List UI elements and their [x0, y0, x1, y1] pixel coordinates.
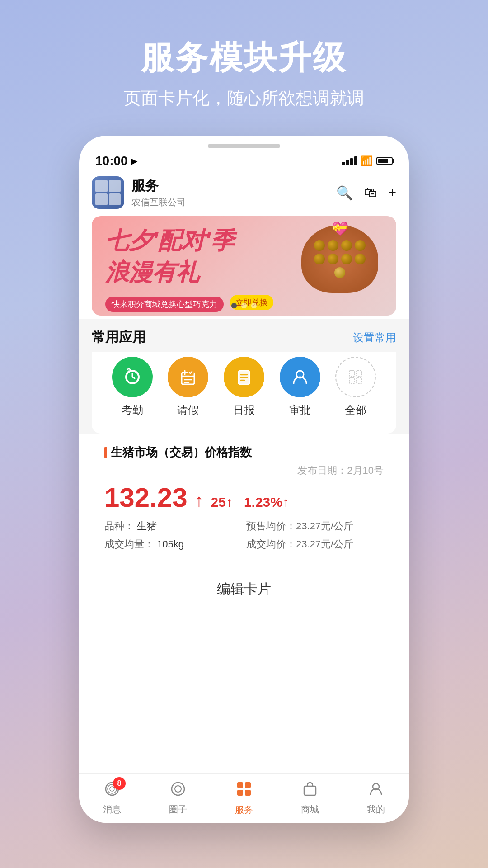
status-icons: 📶 — [342, 155, 393, 167]
svg-point-1 — [127, 370, 130, 373]
header-icons: 🔍 🛍 + — [336, 185, 396, 201]
nav-community-label: 圈子 — [169, 803, 187, 816]
banner-dots — [231, 303, 257, 308]
svg-rect-20 — [304, 786, 316, 795]
bottom-nav: 8 消息 圈子 服务 — [79, 773, 409, 823]
banner-content: 七夕'配对'季 浪漫有礼 快来积分商城兑换心型巧克力 立即兑换 — [105, 225, 273, 312]
services-icon — [235, 780, 253, 801]
nav-profile[interactable]: 我的 — [343, 781, 409, 816]
svg-rect-9 — [349, 378, 355, 383]
search-icon[interactable]: 🔍 — [336, 185, 353, 201]
banner-title-1: 七夕'配对'季 — [105, 225, 273, 257]
volume-row: 成交均量： 105kg — [104, 538, 242, 551]
leave-icon — [168, 357, 208, 397]
status-bar: 10:00 ▶ 📶 — [79, 148, 409, 172]
price-up-arrow: ↑ — [195, 491, 204, 511]
plus-icon[interactable]: + — [388, 185, 396, 200]
location-icon: ▶ — [131, 156, 137, 166]
common-apps-section: 常用应用 设置常用 考勤 — [79, 319, 409, 434]
price-indicator — [104, 447, 107, 458]
banner-sub-text: 快来积分商城兑换心型巧克力 — [105, 297, 224, 312]
apps-grid: 考勤 请假 — [92, 352, 396, 426]
variety-row: 品种： 生猪 — [104, 519, 242, 533]
daily-label: 日报 — [233, 403, 255, 417]
all-icon — [335, 357, 376, 397]
promo-title: 服务模块升级 — [0, 36, 488, 80]
status-time: 10:00 — [95, 154, 128, 168]
approval-label: 审批 — [289, 403, 311, 417]
all-label: 全部 — [345, 403, 366, 417]
trade-row: 成交均价：23.27元/公斤 — [246, 538, 384, 551]
attendance-label: 考勤 — [122, 403, 143, 417]
approval-icon — [280, 357, 320, 397]
attendance-icon — [112, 357, 153, 397]
app-company: 农信互联公司 — [131, 196, 336, 208]
svg-rect-17 — [245, 782, 251, 788]
dot-1 — [231, 303, 237, 308]
signal-bars-icon — [342, 156, 357, 165]
section-header: 常用应用 设置常用 — [79, 319, 409, 352]
price-main: 132.23 ↑ 25↑ 1.23%↑ — [104, 482, 384, 513]
messages-badge: 8 — [113, 777, 126, 790]
phone-notch — [208, 144, 280, 148]
svg-point-14 — [172, 783, 184, 795]
banner[interactable]: 七夕'配对'季 浪漫有礼 快来积分商城兑换心型巧克力 立即兑换 — [92, 216, 396, 316]
shop-icon — [302, 781, 318, 801]
edit-card-button[interactable]: 编辑卡片 — [92, 567, 396, 611]
section-title: 常用应用 — [92, 328, 146, 347]
messages-icon: 8 — [104, 781, 120, 801]
svg-point-13 — [110, 787, 114, 791]
nav-services-label: 服务 — [235, 804, 253, 816]
price-index-card: 生猪市场（交易）价格指数 发布日期：2月10号 132.23 ↑ 25↑ 1.2… — [92, 434, 396, 562]
price-date: 发布日期：2月10号 — [104, 464, 384, 477]
nav-messages[interactable]: 8 消息 — [79, 781, 145, 816]
svg-rect-18 — [237, 790, 243, 796]
set-common-action[interactable]: 设置常用 — [353, 330, 396, 345]
app-item-leave[interactable]: 请假 — [168, 357, 208, 417]
svg-rect-7 — [349, 371, 355, 376]
community-icon — [170, 781, 186, 801]
app-item-approval[interactable]: 审批 — [280, 357, 320, 417]
svg-rect-10 — [357, 378, 362, 383]
app-item-all[interactable]: 全部 — [335, 357, 376, 417]
nav-shop-label: 商城 — [301, 803, 319, 816]
nav-community[interactable]: 圈子 — [145, 781, 211, 816]
app-name-container: 服务 农信互联公司 — [131, 177, 336, 208]
svg-point-15 — [175, 786, 181, 792]
app-logo — [92, 176, 124, 209]
leave-label: 请假 — [177, 403, 199, 417]
svg-rect-8 — [357, 371, 362, 376]
daily-icon — [224, 357, 264, 397]
phone-mockup: 10:00 ▶ 📶 服务 — [79, 136, 409, 823]
price-details: 品种： 生猪 预售均价：23.27元/公斤 成交均量： 105kg 成交均价：2… — [104, 519, 384, 551]
profile-icon — [368, 781, 384, 801]
price-card-title: 生猪市场（交易）价格指数 — [104, 444, 384, 460]
svg-rect-19 — [245, 790, 251, 796]
presale-row: 预售均价：23.27元/公斤 — [246, 519, 384, 533]
nav-shop[interactable]: 商城 — [277, 781, 343, 816]
app-header: 服务 农信互联公司 🔍 🛍 + — [79, 172, 409, 216]
dot-3 — [251, 303, 257, 308]
price-change: 25↑ 1.23%↑ — [211, 495, 289, 510]
app-name: 服务 — [131, 177, 336, 195]
promo-header: 服务模块升级 页面卡片化，随心所欲想调就调 — [0, 36, 488, 110]
svg-rect-16 — [237, 782, 243, 788]
app-item-daily[interactable]: 日报 — [224, 357, 264, 417]
price-value: 132.23 — [104, 482, 188, 513]
banner-title-2: 浪漫有礼 — [105, 257, 273, 288]
dot-2 — [241, 303, 247, 308]
wifi-icon: 📶 — [361, 155, 373, 167]
nav-profile-label: 我的 — [367, 803, 385, 816]
shopping-bag-icon[interactable]: 🛍 — [364, 185, 377, 200]
app-item-attendance[interactable]: 考勤 — [112, 357, 153, 417]
nav-services[interactable]: 服务 — [211, 780, 277, 816]
banner-image: 💝 — [297, 221, 387, 311]
battery-icon — [376, 157, 393, 165]
nav-messages-label: 消息 — [103, 803, 121, 816]
promo-subtitle: 页面卡片化，随心所欲想调就调 — [0, 87, 488, 110]
